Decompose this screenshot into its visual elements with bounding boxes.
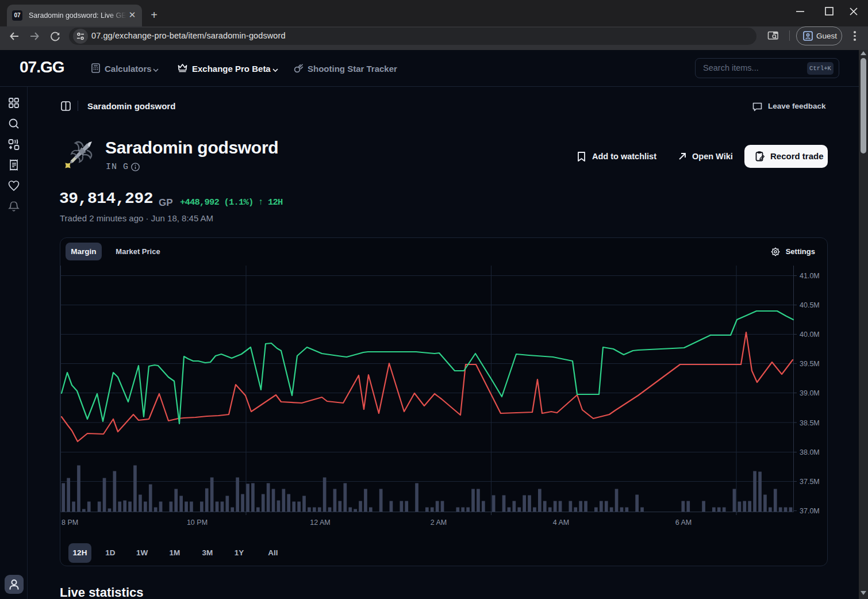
svg-text:6 AM: 6 AM: [675, 519, 692, 527]
svg-text:8 PM: 8 PM: [62, 519, 78, 527]
svg-text:10 PM: 10 PM: [187, 519, 208, 527]
svg-text:40.0M: 40.0M: [800, 331, 820, 339]
svg-text:37.5M: 37.5M: [800, 478, 820, 486]
svg-text:41.0M: 41.0M: [800, 272, 820, 280]
svg-text:37.0M: 37.0M: [800, 507, 820, 515]
svg-text:40.5M: 40.5M: [800, 301, 820, 309]
svg-text:38.0M: 38.0M: [800, 448, 820, 456]
svg-text:2 AM: 2 AM: [431, 519, 447, 527]
svg-text:4 AM: 4 AM: [553, 519, 570, 527]
svg-text:38.5M: 38.5M: [800, 419, 820, 427]
svg-text:39.0M: 39.0M: [800, 389, 820, 397]
svg-text:39.5M: 39.5M: [800, 360, 820, 368]
svg-text:12 AM: 12 AM: [310, 519, 330, 527]
